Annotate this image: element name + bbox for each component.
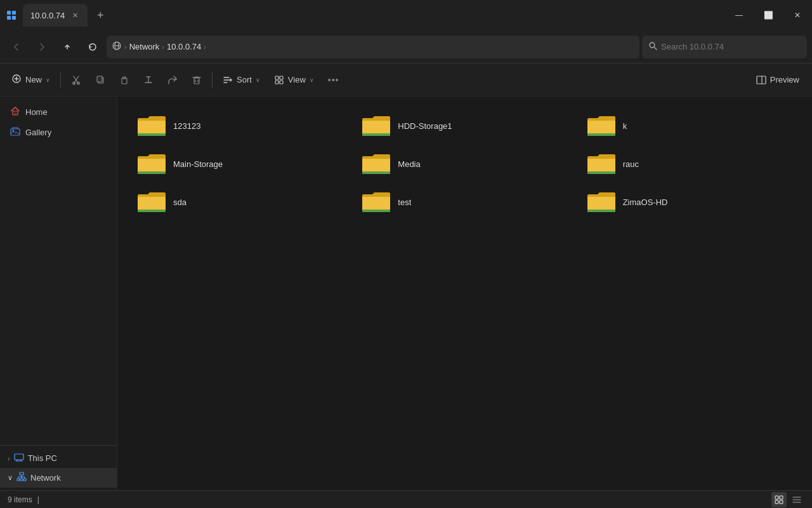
new-button[interactable]: New ∨ [5,69,56,91]
refresh-button[interactable] [81,36,104,58]
sidebar-item-gallery-label: Gallery [25,128,51,137]
svg-rect-58 [780,496,783,499]
sidebar: Home Gallery › This PC ∨ [0,97,117,490]
more-button[interactable]: ••• [322,69,346,91]
toolbar-separator-1 [60,72,61,88]
folder-item[interactable]: test [352,183,577,221]
breadcrumb-bar[interactable]: › Network › 10.0.0.74 › [107,36,639,58]
sort-chevron: ∨ [256,77,260,83]
cut-icon [71,75,81,85]
delete-button[interactable] [185,69,208,91]
folder-item[interactable]: HDD-Storage1 [352,107,577,145]
folder-item[interactable]: Main-Storage [128,145,352,183]
svg-rect-29 [757,76,766,84]
add-tab-button[interactable]: + [90,5,110,25]
current-tab[interactable]: 10.0.0.74 ✕ [23,4,88,27]
svg-rect-57 [775,496,778,499]
grid-view-toggle[interactable] [771,492,787,507]
cursor-indicator: | [37,495,39,504]
share-button[interactable] [161,69,184,91]
svg-rect-55 [362,210,390,212]
sort-icon [223,75,233,85]
back-button[interactable] [5,36,28,58]
view-button[interactable]: View ∨ [268,69,320,91]
svg-rect-56 [587,210,615,212]
maximize-button[interactable]: ⬜ [754,0,783,30]
svg-rect-59 [775,500,778,504]
new-label: New [25,75,42,84]
svg-rect-35 [15,454,23,460]
svg-rect-60 [780,500,783,504]
rename-icon [143,75,154,85]
close-button[interactable]: ✕ [783,0,812,30]
sidebar-item-home[interactable]: Home [3,102,114,122]
this-pc-chevron: › [8,455,10,462]
more-icon: ••• [328,75,339,85]
share-icon [167,75,178,85]
window-controls: — ⬜ ✕ [724,0,812,30]
svg-rect-54 [138,210,166,212]
new-chevron: ∨ [46,77,50,83]
svg-rect-2 [7,16,11,20]
home-icon [10,106,20,118]
breadcrumb-network[interactable]: Network [129,42,160,51]
folder-item[interactable]: Media [352,145,577,183]
svg-rect-25 [275,76,278,79]
folder-name: Media [398,159,420,169]
svg-rect-26 [280,76,283,79]
folder-name: HDD-Storage1 [398,121,452,131]
paste-icon [119,75,129,85]
folder-icon [136,151,167,177]
sidebar-this-pc[interactable]: › This PC [0,448,117,468]
svg-rect-32 [14,112,16,115]
list-view-toggle[interactable] [789,492,804,507]
main-layout: Home Gallery › This PC ∨ [0,97,812,490]
paste-button[interactable] [113,69,136,91]
toolbar: New ∨ Sort ∨ View ∨ ••• Preview [0,64,812,97]
view-icon [274,75,284,85]
item-count: 9 items [8,495,32,504]
svg-rect-50 [587,133,615,136]
preview-button[interactable]: Preview [749,69,807,91]
network-chevron: ∨ [8,474,13,482]
folder-item[interactable]: sda [128,183,352,221]
folder-icon [586,151,617,177]
window-icon [5,9,18,22]
sort-label: Sort [237,75,252,84]
this-pc-icon [14,452,24,464]
gallery-icon [10,126,20,138]
preview-icon [756,75,766,85]
svg-rect-18 [194,78,199,84]
breadcrumb-chevron[interactable]: › [204,43,206,51]
tab-close-button[interactable]: ✕ [70,10,80,20]
view-label: View [288,75,306,84]
forward-button[interactable] [30,36,53,58]
folder-icon [136,189,167,215]
folder-name: test [398,197,411,207]
svg-rect-42 [20,479,23,481]
folder-item[interactable]: 123123 [128,107,352,145]
new-icon [11,74,22,86]
svg-rect-3 [12,16,16,20]
folder-item[interactable]: k [577,107,802,145]
cut-button[interactable] [65,69,88,91]
sort-button[interactable]: Sort ∨ [216,69,266,91]
breadcrumb-sep-1: › [124,43,127,51]
folder-icon [586,113,617,138]
minimize-button[interactable]: — [724,0,754,30]
sidebar-network[interactable]: ∨ Network [0,468,117,488]
folder-item[interactable]: ZimaOS-HD [577,183,802,221]
folder-name: ZimaOS-HD [623,197,668,207]
this-pc-label: This PC [28,453,57,463]
copy-button[interactable] [89,69,112,91]
search-bar[interactable]: Search 10.0.0.74 [642,36,807,58]
up-button[interactable] [56,36,79,58]
svg-rect-41 [23,479,26,481]
svg-rect-53 [587,171,615,174]
sidebar-item-gallery[interactable]: Gallery [3,123,114,142]
folder-name: sda [173,197,187,207]
breadcrumb-address[interactable]: 10.0.0.74 [167,42,201,51]
rename-button[interactable] [137,69,160,91]
folder-item[interactable]: rauc [577,145,802,183]
svg-rect-39 [20,472,23,475]
